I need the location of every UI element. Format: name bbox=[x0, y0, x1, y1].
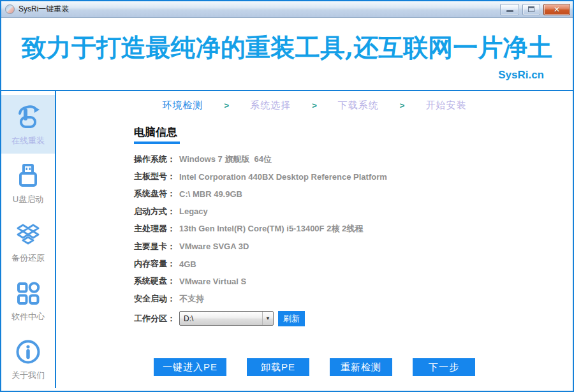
app-window: SysRi一键重装 ✕ 致力于打造最纯净的重装工具,还互联网一片净土 SysRi… bbox=[0, 0, 574, 392]
chevron-right-icon: > bbox=[400, 101, 405, 110]
hand-redo-icon bbox=[13, 102, 43, 133]
section-title-underline bbox=[134, 142, 180, 144]
info-row-cpu: 主处理器： 13th Gen Intel(R) Core(TM) i5-1340… bbox=[134, 221, 573, 238]
info-value: C:\ MBR 49.9GB bbox=[179, 189, 242, 199]
info-row-gpu: 主要显卡： VMware SVGA 3D bbox=[134, 238, 573, 255]
step-breadcrumb: 环境检测 > 系统选择 > 下载系统 > 开始安装 bbox=[56, 99, 573, 112]
window-title: SysRi一键重装 bbox=[18, 4, 500, 15]
info-value: 不支持 bbox=[179, 293, 204, 305]
refresh-button[interactable]: 刷新 bbox=[278, 311, 305, 326]
step-download-system[interactable]: 下载系统 bbox=[338, 99, 379, 112]
partition-selected-value: D:\ bbox=[180, 314, 262, 323]
next-step-button[interactable]: 下一步 bbox=[413, 358, 475, 376]
partition-select[interactable]: D:\ ▼ bbox=[179, 311, 274, 326]
site-url: SysRi.cn bbox=[498, 69, 544, 82]
info-row-motherboard: 主板型号： Intel Corporation 440BX Desktop Re… bbox=[134, 168, 573, 185]
window-controls: ✕ bbox=[500, 4, 570, 15]
info-row-system-drive: 系统盘符： C:\ MBR 49.9GB bbox=[134, 185, 573, 203]
close-button[interactable]: ✕ bbox=[543, 4, 570, 15]
section-header: 电脑信息 bbox=[134, 125, 573, 144]
usb-drive-icon bbox=[13, 161, 43, 191]
info-row-boot-mode: 启动方式： Legacy bbox=[134, 203, 573, 220]
minimize-button[interactable] bbox=[500, 4, 519, 15]
info-label: 安全启动： bbox=[134, 293, 175, 305]
info-value: VMware SVGA 3D bbox=[179, 242, 249, 251]
info-label: 主要显卡： bbox=[134, 241, 175, 252]
info-value: 13th Gen Intel(R) Core(TM) i5-13400F 2核 … bbox=[179, 223, 363, 235]
info-row-disk: 系统硬盘： VMware Virtual S bbox=[134, 273, 573, 290]
banner-slogan: 致力于打造最纯净的重装工具,还互联网一片净土 bbox=[1, 18, 573, 65]
action-buttons: 一键进入PE 卸载PE 重新检测 下一步 bbox=[56, 358, 573, 376]
sidebar-item-usb-boot[interactable]: U盘启动 bbox=[1, 154, 55, 212]
backup-box-icon bbox=[13, 219, 43, 250]
recheck-button[interactable]: 重新检测 bbox=[330, 358, 392, 376]
main-content: 环境检测 > 系统选择 > 下载系统 > 开始安装 电脑信息 操作系统： Win… bbox=[56, 91, 573, 388]
sidebar-item-label: 软件中心 bbox=[11, 311, 45, 323]
computer-info-list: 操作系统： Windows 7 旗舰版 64位 主板型号： Intel Corp… bbox=[134, 150, 573, 308]
sidebar-item-backup-restore[interactable]: 备份还原 bbox=[1, 212, 55, 271]
titlebar: SysRi一键重装 ✕ bbox=[1, 1, 573, 18]
sidebar-item-online-reinstall[interactable]: 在线重装 bbox=[1, 95, 55, 154]
info-value: Legacy bbox=[179, 207, 208, 216]
sidebar-item-label: 备份还原 bbox=[11, 252, 45, 264]
info-row-secure-boot: 安全启动： 不支持 bbox=[134, 290, 573, 307]
info-label: 内存容量： bbox=[134, 258, 175, 270]
step-start-install[interactable]: 开始安装 bbox=[425, 99, 466, 112]
info-label: 操作系统： bbox=[134, 154, 175, 165]
dropdown-arrow-icon: ▼ bbox=[262, 312, 273, 325]
chevron-right-icon: > bbox=[224, 101, 230, 110]
info-row-os: 操作系统： Windows 7 旗舰版 64位 bbox=[134, 150, 573, 168]
work-partition-row: 工作分区： D:\ ▼ 刷新 bbox=[134, 309, 573, 328]
section-title: 电脑信息 bbox=[134, 125, 177, 140]
app-grid-icon bbox=[13, 278, 43, 309]
info-label: 主板型号： bbox=[134, 171, 175, 182]
info-value: 4GB bbox=[179, 259, 196, 269]
minimize-icon bbox=[506, 10, 513, 12]
info-value: Windows 7 旗舰版 64位 bbox=[179, 154, 272, 165]
banner: 致力于打造最纯净的重装工具,还互联网一片净土 SysRi.cn bbox=[1, 18, 573, 91]
enter-pe-button[interactable]: 一键进入PE bbox=[154, 358, 226, 376]
info-label: 系统硬盘： bbox=[134, 275, 175, 287]
maximize-button[interactable] bbox=[522, 4, 540, 15]
partition-label: 工作分区： bbox=[134, 313, 175, 324]
info-label: 主处理器： bbox=[134, 223, 175, 235]
sidebar-item-label: U盘启动 bbox=[13, 194, 43, 205]
info-value: VMware Virtual S bbox=[179, 277, 246, 286]
chevron-right-icon: > bbox=[312, 101, 317, 110]
step-env-check[interactable]: 环境检测 bbox=[163, 99, 203, 112]
sidebar-item-software-center[interactable]: 软件中心 bbox=[1, 271, 55, 330]
close-icon: ✕ bbox=[554, 6, 560, 13]
info-circle-icon bbox=[13, 337, 43, 367]
sidebar: 在线重装 U盘启动 备份还原 bbox=[1, 91, 56, 388]
sidebar-item-about-us[interactable]: 关于我们 bbox=[1, 330, 55, 388]
app-logo-icon bbox=[5, 4, 15, 14]
info-label: 启动方式： bbox=[134, 206, 175, 217]
info-row-memory: 内存容量： 4GB bbox=[134, 255, 573, 272]
info-label: 系统盘符： bbox=[134, 188, 175, 200]
sidebar-item-label: 关于我们 bbox=[11, 370, 45, 381]
maximize-icon bbox=[528, 6, 534, 12]
uninstall-pe-button[interactable]: 卸载PE bbox=[247, 358, 309, 376]
sidebar-item-label: 在线重装 bbox=[11, 135, 45, 147]
info-value: Intel Corporation 440BX Desktop Referenc… bbox=[179, 172, 387, 182]
step-system-select[interactable]: 系统选择 bbox=[250, 99, 291, 112]
